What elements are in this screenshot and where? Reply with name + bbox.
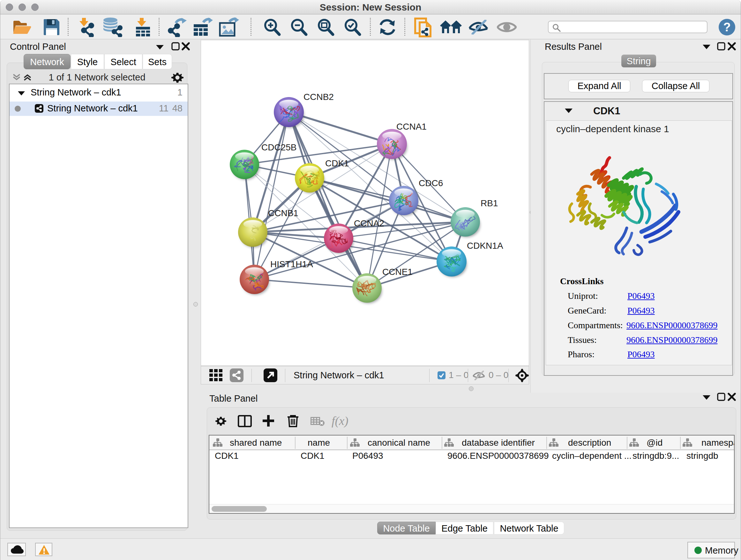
svg-text:CDC6: CDC6 xyxy=(419,178,443,188)
svg-text:CDKN1A: CDKN1A xyxy=(467,241,503,251)
svg-text:CCNB2: CCNB2 xyxy=(304,92,334,102)
svg-text:CCNB1: CCNB1 xyxy=(268,208,298,218)
svg-text:CDC25B: CDC25B xyxy=(261,142,296,152)
svg-text:CCNA2: CCNA2 xyxy=(354,219,384,228)
svg-text:?: ? xyxy=(723,20,731,34)
svg-text:RB1: RB1 xyxy=(481,198,498,208)
svg-text:HIST1H1A: HIST1H1A xyxy=(270,259,313,269)
svg-text:CCNE1: CCNE1 xyxy=(382,267,413,277)
svg-text:CDK1: CDK1 xyxy=(325,159,349,168)
svg-text:CCNA1: CCNA1 xyxy=(396,122,427,132)
